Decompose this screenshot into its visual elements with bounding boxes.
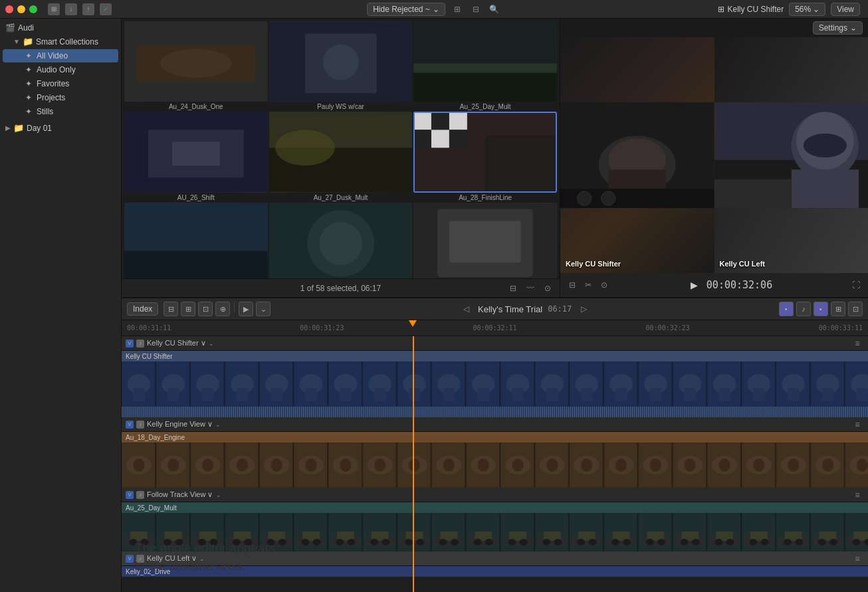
clip-thumb-3[interactable]: AU_26_Shift xyxy=(124,112,268,201)
track-2-options[interactable]: ≡ xyxy=(851,488,864,502)
stills-icon: ✦ xyxy=(24,107,33,116)
timeline-clip-expand[interactable]: ⊡ xyxy=(848,302,863,316)
share-icon[interactable]: ↑ xyxy=(82,3,94,15)
search-icon[interactable]: 🔍 xyxy=(488,3,501,16)
zoom-level: 56% xyxy=(795,5,811,14)
timeline-left-arrow[interactable]: ◁ xyxy=(459,302,473,316)
play-button[interactable]: ▶ xyxy=(688,278,701,292)
titlebar-center: Hide Rejected ~ ⌄ ⊞ ⊟ 🔍 xyxy=(367,3,501,16)
viewer-right-label: Kelly CU Left xyxy=(720,260,765,268)
hide-rejected-label: Hide Rejected ~ xyxy=(373,5,430,14)
track-0-chevron-icon: ⌄ xyxy=(209,340,214,347)
track-2-clip-label: Au_25_Day_Mult xyxy=(126,504,177,512)
timeline-clip-btn[interactable]: ⊟ xyxy=(163,302,178,316)
sidebar-item-all-video[interactable]: ✦ All Video xyxy=(3,49,118,62)
titlebar-right: ⊞ Kelly CU Shifter 56% ⌄ View xyxy=(718,3,860,16)
sidebar-root-section: 🎬 Audi ▼ 📁 Smart Collections ✦ All Video… xyxy=(0,19,121,138)
sidebar-item-all-video-label: All Video xyxy=(37,51,68,60)
content-area: Au_24_Dusk_One Pauly WS w/car xyxy=(122,19,868,592)
browser-list-icon[interactable]: ⊞ xyxy=(451,3,464,16)
track-1-label-bar: Au_18_Day_Engine xyxy=(122,432,868,443)
clip-thumb-6[interactable]: Au_29_Dusk_Mult xyxy=(124,203,268,278)
import-icon[interactable]: ↓ xyxy=(65,3,77,15)
traffic-light-green[interactable] xyxy=(29,5,37,13)
traffic-light-red[interactable] xyxy=(5,5,13,13)
timeline-expand-btn[interactable]: ⊡ xyxy=(198,302,213,316)
clip-thumb-8[interactable]: Light2_A xyxy=(413,203,557,278)
svg-point-14 xyxy=(275,130,335,166)
track-3: V ♪ Kelly CU Left ∨ ⌄ ≡ Kelly_02_Drive xyxy=(122,551,868,577)
clip-thumb-7[interactable]: Au_30_Close xyxy=(269,203,413,278)
zoom-button[interactable]: 56% ⌄ xyxy=(789,3,825,16)
speed-button[interactable]: ⊙ xyxy=(597,278,611,292)
audio-btn[interactable]: ♪ xyxy=(796,302,811,316)
all-video-icon: ✦ xyxy=(24,51,33,60)
play-forward-btn[interactable]: ▶ xyxy=(239,302,253,316)
track-0-frames xyxy=(122,361,868,407)
clip-options[interactable]: ⊙ xyxy=(541,282,554,295)
track-1: V ♪ Kelly Engine View ∨ ⌄ ≡ Au_18_Day_En… xyxy=(122,417,868,488)
svg-rect-59 xyxy=(791,169,858,208)
sidebar-item-audio-only[interactable]: ✦ Audio Only xyxy=(3,63,118,76)
clip-thumb-5[interactable]: Au_28_FinishLine xyxy=(413,112,557,201)
viewer-timecode: 00:00:32:06 xyxy=(706,279,772,291)
track-0-label-bar: Kelly CU Shifter xyxy=(122,351,868,361)
collapse-arrow-icon: ▼ xyxy=(13,38,20,45)
sidebar-item-stills[interactable]: ✦ Stills xyxy=(3,105,118,118)
viewer-left-label: Kelly CU Shifter xyxy=(566,260,621,268)
angle-color-btn[interactable]: ▪ xyxy=(779,302,794,316)
trim-button[interactable]: ✂ xyxy=(582,278,595,292)
track-0-options[interactable]: ≡ xyxy=(851,337,864,350)
track-3-options[interactable]: ≡ xyxy=(851,552,864,565)
timeline-right-arrow[interactable]: ▷ xyxy=(577,302,590,316)
timeline-ruler: 00:00:31:11 00:00:31:23 00:00:32:11 00:0… xyxy=(122,320,868,336)
timeline-toolbar: Index ⊟ ⊞ ⊡ ⊕ ▶ ⌄ ◁ Kelly's Time Trial 0… xyxy=(122,298,868,320)
track-1-filmstrip xyxy=(122,443,868,488)
svg-rect-19 xyxy=(413,130,431,148)
svg-point-58 xyxy=(803,134,846,157)
svg-rect-17 xyxy=(431,112,449,130)
svg-rect-25 xyxy=(124,203,268,250)
track-0-name: Kelly CU Shifter ∨ xyxy=(147,339,206,347)
clip-appearance-button[interactable]: ⊟ xyxy=(566,278,579,292)
view-button[interactable]: View xyxy=(831,3,860,16)
waveform-toggle[interactable]: 〰 xyxy=(524,282,537,295)
sidebar-root-group[interactable]: 🎬 Audi xyxy=(0,21,121,35)
playhead-line xyxy=(413,336,414,592)
timeline-grid-btn[interactable]: ⊞ xyxy=(181,302,195,316)
clip-thumb-2[interactable]: Au_25_Day_Mult xyxy=(413,21,557,110)
clip-thumb-0[interactable]: Au_24_Dusk_One xyxy=(124,21,268,110)
browser-grid-icon[interactable]: ⊟ xyxy=(469,3,483,16)
timeline-options-btn[interactable]: ⊕ xyxy=(215,302,230,316)
traffic-light-yellow[interactable] xyxy=(17,5,25,13)
hide-rejected-button[interactable]: Hide Rejected ~ ⌄ xyxy=(367,3,445,16)
track-0-waveform xyxy=(122,407,868,417)
sidebar-item-projects-label: Projects xyxy=(37,93,65,102)
sidebar-smart-collections-group[interactable]: ▼ 📁 Smart Collections xyxy=(0,35,121,49)
film-icon: 🎬 xyxy=(5,23,15,33)
clip-thumb-4[interactable]: Au_27_Dusk_Mult xyxy=(269,112,413,201)
multicam-btn[interactable]: ⊞ xyxy=(831,302,845,316)
svg-point-5 xyxy=(323,45,359,80)
clip-view-toggle[interactable]: ⊟ xyxy=(506,282,520,295)
fullscreen-button[interactable]: ⛶ xyxy=(849,278,863,292)
divider-1 xyxy=(234,302,235,312)
track-1-options[interactable]: ≡ xyxy=(851,418,864,431)
clip-thumbnail-5 xyxy=(413,112,557,192)
browser-status-bar: 1 of 58 selected, 06:17 ⊟ 〰 ⊙ xyxy=(122,278,560,297)
sidebar-item-projects[interactable]: ✦ Projects xyxy=(3,91,118,104)
sidebar-item-favorites[interactable]: ✦ Favorites xyxy=(3,77,118,90)
track-0-filmstrip xyxy=(122,361,868,407)
viewer-panel: Settings ⌄ xyxy=(560,19,868,297)
index-button[interactable]: Index xyxy=(127,302,158,316)
clip-thumb-1[interactable]: Pauly WS w/car xyxy=(269,21,413,110)
play-options-btn[interactable]: ⌄ xyxy=(256,302,271,316)
video-overlay-btn[interactable]: ▪ xyxy=(814,302,828,316)
sidebar-day01-group[interactable]: ▶ 📁 Day 01 xyxy=(0,121,121,135)
settings-button[interactable]: Settings ⌄ xyxy=(813,21,863,35)
traffic-lights xyxy=(5,5,37,13)
view-label: View xyxy=(837,5,854,14)
library-icon[interactable]: ⊞ xyxy=(48,3,60,15)
check-icon[interactable]: ✓ xyxy=(100,3,112,15)
clip-label-0: Au_24_Dusk_One xyxy=(124,103,268,110)
